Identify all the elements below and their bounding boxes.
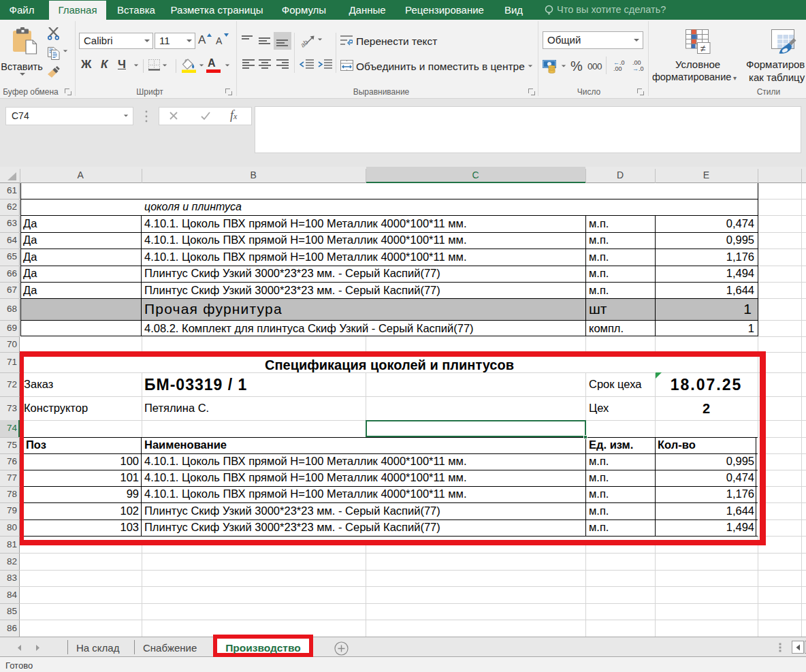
svg-text:ab: ab xyxy=(301,38,310,48)
svg-text:≠: ≠ xyxy=(700,43,706,54)
